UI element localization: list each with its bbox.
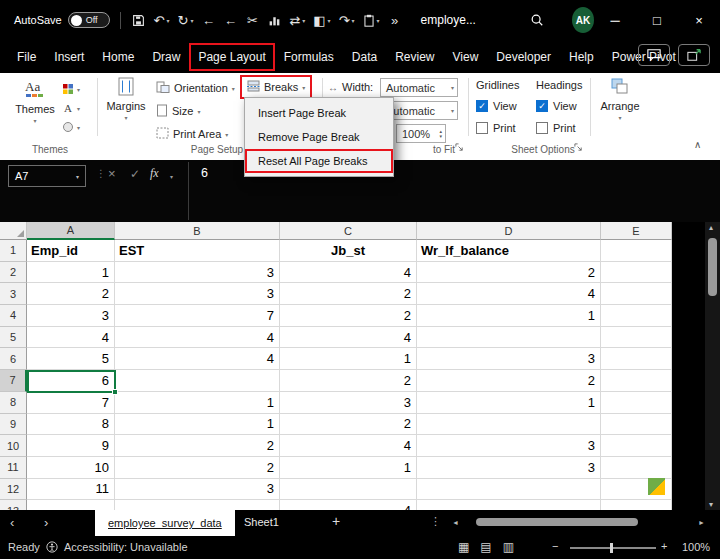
accessibility-status[interactable]: Accessibility: Unavailable [64, 541, 188, 553]
cell-b1[interactable]: EST [115, 240, 280, 262]
cell-b6[interactable]: 4 [115, 348, 280, 370]
cell-b4[interactable]: 7 [115, 305, 280, 327]
cell-a11[interactable]: 10 [27, 457, 115, 479]
cell-b11[interactable]: 2 [115, 457, 280, 479]
column-header-e[interactable]: E [601, 222, 672, 240]
cell-e2[interactable] [601, 262, 672, 284]
cell-d8[interactable]: 1 [417, 392, 601, 414]
cell-c7[interactable]: 2 [280, 370, 417, 392]
row-header-10[interactable]: 10 [0, 435, 27, 457]
gridlines-print-option[interactable]: Print [476, 120, 519, 135]
cell-b5[interactable]: 4 [115, 327, 280, 349]
cell-c3[interactable]: 2 [280, 283, 417, 305]
cell-c6[interactable]: 1 [280, 348, 417, 370]
cell-e5[interactable] [601, 327, 672, 349]
cell-d5[interactable] [417, 327, 601, 349]
vertical-scrollbar-thumb[interactable] [708, 238, 717, 296]
row-header-9[interactable]: 9 [0, 414, 27, 436]
cell-b7[interactable] [115, 370, 280, 392]
insert-chart-icon[interactable] [264, 12, 284, 29]
column-header-b[interactable]: B [115, 222, 280, 240]
normal-view-icon[interactable]: ▦ [458, 540, 469, 554]
navigate-back-icon[interactable]: ← [198, 12, 218, 29]
row-header-2[interactable]: 2 [0, 262, 27, 284]
tab-draw[interactable]: Draw [143, 43, 189, 71]
themes-button[interactable]: Aa Themes ▾ [12, 77, 58, 124]
search-icon[interactable] [530, 13, 544, 27]
row-header-1[interactable]: 1 [0, 240, 27, 262]
collapse-ribbon-icon[interactable]: ∧ [694, 139, 701, 150]
headings-print-option[interactable]: Print [536, 120, 582, 135]
sheet-tab-sheet1[interactable]: Sheet1 [244, 516, 279, 528]
switch-windows-icon[interactable]: ⇄▾ [286, 12, 308, 29]
tab-data[interactable]: Data [343, 43, 386, 71]
arrange-button[interactable]: Arrange ▾ [594, 77, 646, 121]
cell-d7[interactable]: 2 [417, 370, 601, 392]
tab-page-layout[interactable]: Page Layout [189, 43, 274, 71]
cell-c4[interactable]: 2 [280, 305, 417, 327]
cell-c12[interactable] [280, 479, 417, 501]
column-header-d[interactable]: D [417, 222, 601, 240]
theme-effects-button[interactable]: ▾ [62, 118, 80, 137]
tab-developer[interactable]: Developer [487, 43, 560, 71]
row-header-7[interactable]: 7 [0, 370, 27, 392]
autosave-control[interactable]: AutoSave Off [14, 12, 110, 28]
autosave-toggle[interactable]: Off [68, 12, 110, 28]
cell-d2[interactable]: 2 [417, 262, 601, 284]
cell-b3[interactable]: 3 [115, 283, 280, 305]
menu-item-remove-page-break[interactable]: Remove Page Break [245, 125, 393, 149]
cell-a5[interactable]: 4 [27, 327, 115, 349]
cell-e4[interactable] [601, 305, 672, 327]
column-header-a[interactable]: A [27, 222, 115, 240]
cell-a4[interactable]: 3 [27, 305, 115, 327]
navigate-back-2-icon[interactable]: ← [220, 12, 240, 29]
cell-a12[interactable]: 11 [27, 479, 115, 501]
more-commands-icon[interactable]: » [385, 12, 405, 29]
row-header-5[interactable]: 5 [0, 327, 27, 349]
cell-e7[interactable] [601, 370, 672, 392]
cancel-icon[interactable]: × [108, 166, 116, 181]
theme-colors-button[interactable]: ▾ [62, 80, 80, 99]
cell-d3[interactable]: 4 [417, 283, 601, 305]
cell-d6[interactable]: 3 [417, 348, 601, 370]
cell-c8[interactable]: 3 [280, 392, 417, 414]
sheet-tab-active[interactable]: employee_survey_data [95, 510, 235, 536]
zoom-in-icon[interactable]: + [661, 540, 667, 552]
vertical-scrollbar[interactable]: ▴ ▾ [705, 222, 720, 510]
tab-review[interactable]: Review [386, 43, 443, 71]
enter-icon[interactable]: ✓ [130, 167, 140, 181]
row-header-8[interactable]: 8 [0, 392, 27, 414]
minimize-icon[interactable]: ─ [594, 0, 636, 40]
insert-function-icon[interactable]: fx [150, 166, 159, 181]
cell-c1[interactable]: Jb_st [280, 240, 417, 262]
new-sheet-button[interactable]: + [332, 513, 340, 529]
scale-spinner[interactable]: 100% ▴▾ [396, 124, 446, 143]
cell-e8[interactable] [601, 392, 672, 414]
width-dropdown[interactable]: Automatic ▾ [380, 78, 458, 97]
fill-color-icon[interactable]: ◧▾ [310, 12, 333, 29]
cell-d9[interactable] [417, 414, 601, 436]
redo-icon[interactable]: ↻▾ [174, 12, 196, 29]
row-header-11[interactable]: 11 [0, 457, 27, 479]
zoom-slider[interactable] [570, 547, 656, 549]
cell-a3[interactable]: 2 [27, 283, 115, 305]
undo-icon[interactable]: ↶▾ [151, 12, 173, 29]
cell-d11[interactable]: 3 [417, 457, 601, 479]
cell-a8[interactable]: 7 [27, 392, 115, 414]
embedded-object[interactable] [648, 478, 665, 495]
headings-view-option[interactable]: ✓ View [536, 98, 582, 113]
cell-e10[interactable] [601, 435, 672, 457]
tab-home[interactable]: Home [93, 43, 143, 71]
name-box[interactable]: A7 ▾ [8, 165, 86, 187]
cell-e3[interactable] [601, 283, 672, 305]
account-avatar[interactable]: AK [572, 7, 594, 33]
page-layout-view-icon[interactable]: ▤ [480, 540, 491, 554]
cell-a2[interactable]: 1 [27, 262, 115, 284]
cell-c2[interactable]: 4 [280, 262, 417, 284]
comments-icon[interactable] [638, 44, 670, 66]
tab-formulas[interactable]: Formulas [275, 43, 343, 71]
page-break-preview-icon[interactable]: ▥ [503, 540, 514, 554]
cell-d12[interactable] [417, 479, 601, 501]
close-icon[interactable]: × [678, 0, 720, 40]
spin-down-icon[interactable]: ▾ [439, 134, 442, 139]
